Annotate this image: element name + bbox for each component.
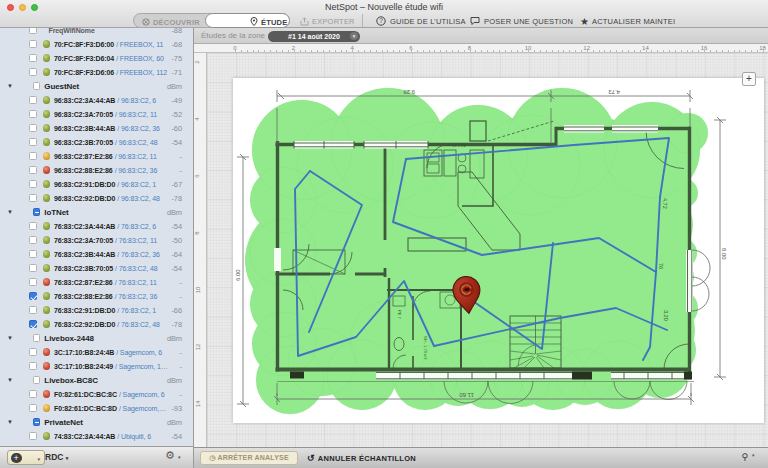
svg-text:PE 7: PE 7 [397, 310, 402, 319]
svg-text:4.72: 4.72 [662, 198, 668, 209]
svg-text:4.73: 4.73 [608, 89, 620, 95]
svg-text:3.20: 3.20 [663, 310, 669, 321]
svg-text:SH - 1.70 m2: SH - 1.70 m2 [423, 336, 428, 360]
svg-text:8.00: 8.00 [721, 248, 727, 260]
svg-text:9.28: 9.28 [403, 89, 415, 95]
svg-text:76: 76 [658, 263, 664, 269]
svg-text:11.60: 11.60 [459, 392, 474, 398]
svg-text:?: ? [379, 17, 383, 24]
svg-text:6.00: 6.00 [235, 269, 241, 281]
svg-text:A2 1.10 m: A2 1.10 m [447, 143, 466, 148]
